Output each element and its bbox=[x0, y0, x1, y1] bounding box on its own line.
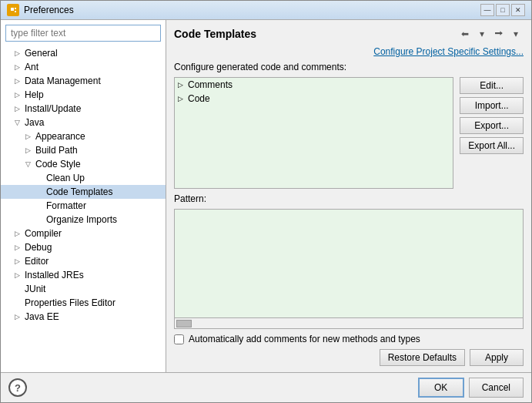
tree-item-install-update[interactable]: ▷ Install/Update bbox=[1, 102, 166, 116]
tree-item-java-ee[interactable]: ▷ Java EE bbox=[1, 310, 166, 324]
right-toolbar: ⬅ ▾ ⮕ ▾ bbox=[457, 26, 524, 42]
comments-arrow: ▷ bbox=[178, 81, 186, 89]
tree-label-organize-imports: Organize Imports bbox=[46, 214, 117, 225]
tree-item-editor[interactable]: ▷ Editor bbox=[1, 254, 166, 268]
footer-left: ? bbox=[8, 378, 27, 397]
tree-label-properties-files-editor: Properties Files Editor bbox=[25, 297, 115, 308]
preferences-dialog: Preferences — □ ✕ ▷ General ▷ Ant ▷ bbox=[0, 0, 532, 403]
minimize-button[interactable]: — bbox=[480, 4, 494, 16]
tree-label-general: General bbox=[25, 48, 58, 59]
right-title: Code Templates bbox=[174, 28, 256, 40]
help-button[interactable]: ? bbox=[8, 378, 27, 397]
tree-label-compiler: Compiler bbox=[25, 228, 62, 239]
tree-item-help[interactable]: ▷ Help bbox=[1, 88, 166, 102]
tree-item-code-style[interactable]: ▽ Code Style bbox=[1, 157, 166, 171]
tree-arrow-ant: ▷ bbox=[15, 63, 22, 71]
toolbar-menu[interactable]: ▾ bbox=[508, 26, 524, 42]
tree-arrow-data-management: ▷ bbox=[15, 77, 22, 85]
filter-input[interactable] bbox=[5, 25, 161, 42]
tree-arrow-code-style: ▽ bbox=[25, 160, 33, 168]
tree-arrow-java: ▽ bbox=[15, 119, 22, 126]
auto-comment-label: Automatically add comments for new metho… bbox=[189, 334, 420, 344]
tree-label-code-style: Code Style bbox=[35, 159, 81, 170]
export-button[interactable]: Export... bbox=[460, 117, 524, 134]
templates-tree-box[interactable]: ▷ Comments ▷ Code bbox=[174, 77, 453, 189]
pattern-label: Pattern: bbox=[174, 193, 524, 204]
restore-defaults-button[interactable]: Restore Defaults bbox=[380, 349, 465, 366]
pattern-box[interactable] bbox=[174, 209, 524, 329]
side-buttons: Edit... Import... Export... Export All..… bbox=[460, 77, 524, 189]
tree-item-junit[interactable]: JUnit bbox=[1, 282, 166, 296]
tree-item-formatter[interactable]: Formatter bbox=[1, 199, 166, 213]
tree-item-clean-up[interactable]: Clean Up bbox=[1, 171, 166, 185]
ok-button[interactable]: OK bbox=[418, 378, 464, 398]
configure-project-link[interactable]: Configure Project Specific Settings... bbox=[373, 46, 524, 57]
tree-item-build-path[interactable]: ▷ Build Path bbox=[1, 143, 166, 157]
tree-label-editor: Editor bbox=[25, 256, 49, 267]
bottom-buttons-row: Restore Defaults Apply bbox=[174, 349, 524, 366]
tree-arrow-compiler: ▷ bbox=[15, 230, 22, 237]
forward-button[interactable]: ⮕ bbox=[491, 26, 507, 42]
tree-item-compiler[interactable]: ▷ Compiler bbox=[1, 227, 166, 240]
tree-item-code-templates[interactable]: Code Templates bbox=[1, 185, 166, 199]
tree-item-installed-jres[interactable]: ▷ Installed JREs bbox=[1, 268, 166, 282]
tree-arrow-help: ▷ bbox=[15, 91, 22, 99]
title-bar: Preferences — □ ✕ bbox=[1, 1, 531, 20]
auto-comment-row: Automatically add comments for new metho… bbox=[174, 334, 524, 344]
dialog-title: Preferences bbox=[24, 5, 476, 15]
left-panel: ▷ General ▷ Ant ▷ Data Management ▷ Help… bbox=[1, 20, 166, 372]
apply-button[interactable]: Apply bbox=[470, 349, 524, 366]
pattern-content bbox=[175, 210, 523, 317]
tree-label-install-update: Install/Update bbox=[25, 103, 81, 114]
configure-label: Configure generated code and comments: bbox=[174, 62, 524, 72]
template-item-code[interactable]: ▷ Code bbox=[175, 92, 453, 106]
tree-label-data-management: Data Management bbox=[25, 76, 101, 86]
tree-label-debug: Debug bbox=[25, 242, 52, 253]
export-all-button[interactable]: Export All... bbox=[460, 137, 524, 154]
footer-right: OK Cancel bbox=[418, 378, 524, 398]
tree-item-general[interactable]: ▷ General bbox=[1, 46, 166, 60]
toolbar-dropdown[interactable]: ▾ bbox=[474, 26, 490, 42]
configure-link-container: Configure Project Specific Settings... bbox=[174, 46, 524, 57]
svg-rect-3 bbox=[15, 11, 16, 12]
auto-comment-checkbox[interactable] bbox=[174, 334, 184, 344]
pattern-hscrollbar[interactable] bbox=[175, 317, 523, 328]
edit-button[interactable]: Edit... bbox=[460, 77, 524, 94]
tree-arrow-general: ▷ bbox=[15, 49, 22, 57]
tree-item-java[interactable]: ▽ Java bbox=[1, 116, 166, 129]
tree-item-properties-files-editor[interactable]: Properties Files Editor bbox=[1, 296, 166, 310]
tree-item-data-management[interactable]: ▷ Data Management bbox=[1, 74, 166, 88]
cancel-button[interactable]: Cancel bbox=[469, 378, 524, 398]
tree-arrow-debug: ▷ bbox=[15, 243, 22, 251]
tree-arrow-editor: ▷ bbox=[15, 257, 22, 265]
tree-label-java: Java bbox=[25, 117, 44, 128]
code-label: Code bbox=[188, 93, 210, 104]
tree-label-clean-up: Clean Up bbox=[46, 173, 85, 183]
code-arrow: ▷ bbox=[178, 95, 186, 102]
tree-arrow-install-update: ▷ bbox=[15, 105, 22, 113]
tree-label-installed-jres: Installed JREs bbox=[25, 270, 84, 280]
comments-label: Comments bbox=[188, 79, 233, 90]
tree-item-appearance[interactable]: ▷ Appearance bbox=[1, 129, 166, 143]
tree-label-appearance: Appearance bbox=[35, 131, 85, 142]
templates-area: ▷ Comments ▷ Code Edit... Import... Expo… bbox=[174, 77, 524, 189]
tree-label-build-path: Build Path bbox=[35, 145, 78, 156]
preferences-tree: ▷ General ▷ Ant ▷ Data Management ▷ Help… bbox=[1, 46, 166, 372]
tree-item-debug[interactable]: ▷ Debug bbox=[1, 240, 166, 254]
tree-arrow-java-ee: ▷ bbox=[15, 313, 22, 321]
tree-label-formatter: Formatter bbox=[46, 200, 86, 211]
tree-label-java-ee: Java EE bbox=[25, 311, 59, 322]
right-header: Code Templates ⬅ ▾ ⮕ ▾ bbox=[174, 26, 524, 42]
tree-arrow-appearance: ▷ bbox=[25, 133, 33, 140]
back-button[interactable]: ⬅ bbox=[457, 26, 473, 42]
tree-label-help: Help bbox=[25, 89, 44, 100]
tree-arrow-build-path: ▷ bbox=[25, 146, 33, 154]
tree-item-ant[interactable]: ▷ Ant bbox=[1, 60, 166, 74]
maximize-button[interactable]: □ bbox=[496, 4, 510, 16]
import-button[interactable]: Import... bbox=[460, 97, 524, 114]
tree-arrow-installed-jres: ▷ bbox=[15, 271, 22, 279]
hscroll-thumb bbox=[176, 320, 192, 327]
tree-item-organize-imports[interactable]: Organize Imports bbox=[1, 213, 166, 227]
close-button[interactable]: ✕ bbox=[511, 4, 525, 16]
template-item-comments[interactable]: ▷ Comments bbox=[175, 78, 453, 92]
